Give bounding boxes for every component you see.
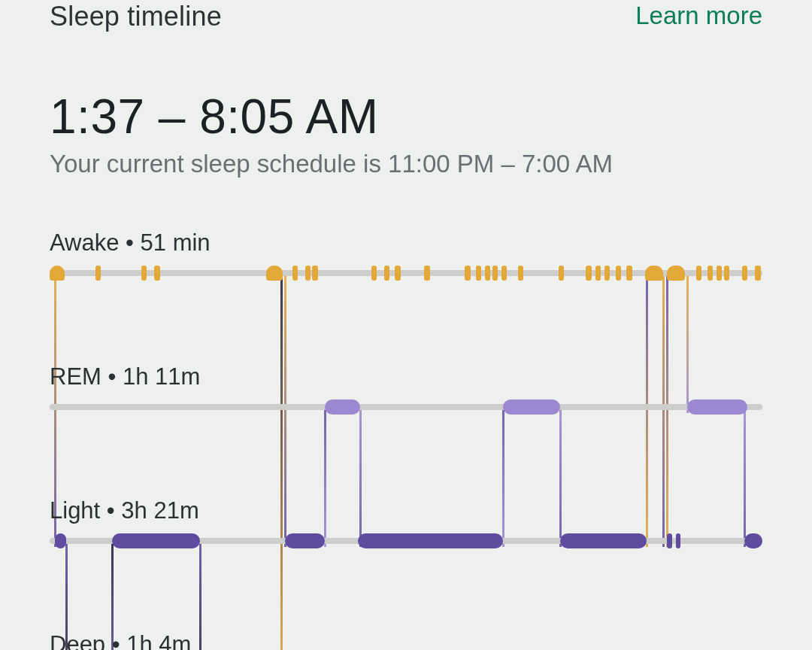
stage-label-deep: Deep • 1h 4m: [50, 631, 762, 650]
sleep-segment: [485, 266, 490, 281]
sleep-segment: [503, 399, 560, 415]
sleep-segment: [586, 266, 591, 281]
header-row: Sleep timeline Learn more: [50, 0, 762, 32]
stage-row-rem: REM • 1h 11m: [50, 363, 762, 415]
sleep-segment: [626, 266, 632, 281]
sleep-segment: [266, 266, 283, 281]
sleep-segment: [312, 266, 317, 281]
track-light[interactable]: [50, 533, 762, 548]
sleep-segment: [371, 266, 377, 281]
sleep-segment: [292, 266, 298, 281]
sleep-segment: [667, 266, 685, 281]
sleep-segment: [424, 266, 429, 281]
sleep-segment: [501, 266, 507, 281]
sleep-segment: [50, 266, 65, 281]
sleep-segment: [676, 533, 680, 548]
stage-label-light: Light • 3h 21m: [50, 497, 762, 524]
sleep-segment: [744, 533, 762, 548]
sleep-segment: [55, 533, 66, 548]
sleep-segment: [518, 266, 523, 281]
sleep-segment: [492, 266, 498, 281]
sleep-schedule-subtext: Your current sleep schedule is 11:00 PM …: [50, 150, 762, 178]
sleep-segment: [595, 266, 601, 281]
sleep-segment: [755, 266, 760, 281]
stage-row-deep: Deep • 1h 4m: [50, 631, 762, 650]
sleep-segment: [112, 533, 200, 548]
sleep-timeline-card: Sleep timeline Learn more 1:37 – 8:05 AM…: [0, 0, 812, 650]
sleep-segment: [616, 266, 621, 281]
track-awake[interactable]: [50, 266, 762, 281]
sleep-segment: [395, 266, 400, 281]
track-rem[interactable]: [50, 399, 762, 415]
sleep-segment: [465, 266, 470, 281]
sleep-segment: [717, 266, 722, 281]
sleep-segment: [154, 266, 159, 281]
stage-label-awake: Awake • 51 min: [50, 229, 762, 257]
sleep-segment: [560, 533, 647, 548]
stage-row-awake: Awake • 51 min: [50, 229, 762, 281]
sleep-segment: [358, 533, 503, 548]
sleep-segment: [95, 266, 101, 281]
learn-more-link[interactable]: Learn more: [635, 2, 762, 30]
sleep-segment: [604, 266, 610, 281]
sleep-segment: [325, 399, 359, 415]
sleep-segment: [742, 266, 747, 281]
sleep-segment: [384, 266, 389, 281]
hypnogram: Awake • 51 min REM • 1h 11m Light • 3h 2…: [50, 229, 762, 650]
sleep-segment: [667, 533, 672, 548]
sleep-segment: [687, 399, 748, 415]
sleep-segment: [645, 266, 663, 281]
sleep-segment: [724, 266, 729, 281]
stage-row-light: Light • 3h 21m: [50, 497, 762, 548]
sleep-range: 1:37 – 8:05 AM: [50, 90, 762, 145]
section-title: Sleep timeline: [50, 0, 222, 32]
sleep-segment: [707, 266, 713, 281]
sleep-segment: [476, 266, 481, 281]
sleep-segment: [285, 533, 326, 548]
sleep-segment: [141, 266, 147, 281]
sleep-segment: [559, 266, 564, 281]
sleep-segment: [696, 266, 701, 281]
sleep-segment: [305, 266, 311, 281]
track-bg: [50, 404, 762, 410]
stage-label-rem: REM • 1h 11m: [50, 363, 762, 390]
